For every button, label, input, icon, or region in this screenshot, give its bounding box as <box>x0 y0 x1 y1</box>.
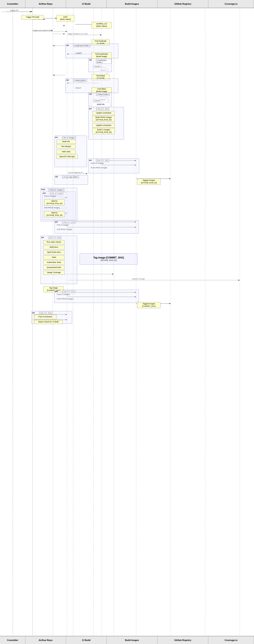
actor-airflow-repo-header: Airflow Repo <box>26 0 66 8</box>
par-pull-frame: par [ 3.6, 3.7, 3.8 ] <box>55 220 139 234</box>
quarantined-tests-box: Quarantined tests <box>43 266 65 270</box>
wait-for-github-run-id-2-box: Wait for[GITHUB_RUN_ID] <box>44 211 65 217</box>
build-prod-images-box: Build PROD Images[GITHUB_RUN_ID] <box>92 116 115 122</box>
svg-text:Trigger 'pull_request' event: Trigger 'pull_request' event <box>33 30 52 31</box>
test-always-box: Test always! <box>57 144 76 148</box>
actor-airflow-repo-footer: Airflow Repo <box>26 636 66 644</box>
actor-committer-header: Committer <box>0 0 26 8</box>
tagged-images-commit-sha-box: Tagged Images[COMMIT_SHA] <box>137 302 160 308</box>
push-ci-images-label-2: Push CI Images <box>57 293 70 296</box>
opt-any-step-failed-frame: opt [ If any step failed ] <box>55 175 88 185</box>
actor-build-images-header: Build Images <box>107 0 157 8</box>
find-duplicates-build-image-box: Find Duplicates[Build Image] <box>92 52 112 58</box>
update-constraints-1-box: Update constraints <box>92 111 115 115</box>
helm-tests-box: Helm tests <box>57 150 76 154</box>
build-info-label: Build info <box>92 102 110 106</box>
actor-ci-build-header: CI Build <box>66 0 107 8</box>
svg-text:Cancel triggering run: Cancel triggering run <box>68 172 83 174</box>
par-push-commit-frame: par [ 3.6, 3.7, 3.8 ] <box>55 290 139 303</box>
push-write-token-box: push[Write Token] <box>57 15 74 22</box>
cancel-label-2: Cancel <box>75 87 81 89</box>
merge-coverage-box: Merge Coverage <box>43 271 65 275</box>
tests-box: Tests <box>43 256 65 260</box>
status-check-ci-build-box: Status Check for CI Build <box>34 320 63 324</box>
par-push-frame: par [ 3.6, 3.7, 3.8 ] <box>88 158 139 174</box>
build-docs-box: Build docs <box>43 245 65 249</box>
cancel-dashed-1: Cancel <box>93 65 101 68</box>
cancel-dashed-2: Cancel <box>93 99 101 102</box>
push-constraints-box: Push Constraints <box>34 315 57 319</box>
pull-ci-images-loop-label: Pull CI Images <box>44 195 56 197</box>
actor-github-registry-header: GitHub Registry <box>157 0 208 8</box>
actor-coverage-io-footer: Coverage.io <box>208 636 254 644</box>
push-ci-images-label-1: Push CI Images <box>91 162 104 164</box>
pull-prod-images-wide-label: Pull PROD Images <box>57 228 72 230</box>
actor-ci-build-footer: CI Build <box>66 636 107 644</box>
kubernetes-tests-box: Kubernetes Tests <box>43 260 65 264</box>
svg-text:Upload Coverage: Upload Coverage <box>132 278 145 280</box>
push-prod-images-label-1: Push PROD Images <box>91 167 107 169</box>
pull-prod-images-big-box: Tag image [COMMIT_SHA] [GITHUB_RUN_ID] <box>80 254 138 264</box>
opt-duplicated-image-frame: opt [ Duplicated builds ] Cancel <box>88 58 112 72</box>
update-constraints-2-box: Update constraints <box>92 124 115 128</box>
openapi-client-gen-box: OpenAPI client gen <box>57 155 78 159</box>
actor-build-images-footer: Build Images <box>107 636 157 644</box>
actor-github-registry-footer: GitHub Registry <box>157 636 208 644</box>
svg-text:Merge PR: Merge PR <box>10 9 19 11</box>
trigger-pr-build-box: Trigger PR build <box>21 15 44 20</box>
pull-prod-images-loop-label: Pull PROD Images <box>44 207 60 209</box>
pull-ci-images-wide-label: Pull CI Images <box>57 224 69 226</box>
svg-text:Trigger 'workflow_run' event: Trigger 'workflow_run' event <box>68 33 88 35</box>
push-prod-images-label-2: Push PROD Images <box>57 298 73 300</box>
run-static-checks-box: Run static checks <box>43 240 65 244</box>
build-ci-images-box: Build CI Images[GITHUB_RUN_ID] <box>92 128 115 134</box>
tagged-images-github-run-id-box: Tagged Images[GITHUB_RUN_ID] <box>137 179 160 185</box>
cancel-label-1: Cancel <box>75 52 81 54</box>
build-info-2-box: Build info <box>57 140 76 144</box>
wait-for-github-run-id-1-box: Wait for[GITHUB_RUN_ID] <box>44 199 65 206</box>
actor-committer-footer: Committer <box>0 636 26 644</box>
spell-check-docs-box: Spell check docs <box>43 250 65 254</box>
workflow-run-write-token-box: workflow_run[Write Token] <box>92 22 112 28</box>
actor-coverage-io-header: Coverage.io <box>208 0 254 8</box>
